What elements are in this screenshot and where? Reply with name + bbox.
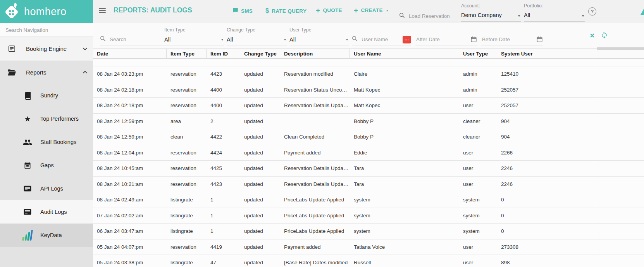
people-icon bbox=[22, 139, 33, 146]
table-row[interactable]: 08 Jan 24 12:59:pmclean4422updatedClean … bbox=[93, 129, 644, 145]
sidebar-item-label: KeyData bbox=[40, 232, 62, 238]
column-header-date[interactable]: Date bbox=[93, 49, 167, 58]
table-row[interactable]: 08 Jan 24 03:23:pmreservation4423updated… bbox=[93, 66, 644, 82]
table-row[interactable]: 08 Jan 24 10:45:amreservation4425updated… bbox=[93, 161, 644, 177]
sidebar-item-top-performers[interactable]: ★ Top Performers bbox=[0, 107, 93, 130]
change-type-select[interactable]: All ▾ bbox=[227, 34, 287, 45]
horizontal-scrollbar-thumb[interactable] bbox=[597, 47, 644, 50]
column-header-item-id[interactable]: Item ID bbox=[207, 49, 240, 58]
sidebar: Booking Engine Reports Sundry ★ Top Perf… bbox=[0, 23, 93, 267]
homhero-logo-icon bbox=[3, 2, 21, 21]
before-date-field bbox=[481, 34, 543, 45]
cell: 4423 bbox=[207, 71, 240, 77]
cell: PriceLabs Update Applied bbox=[280, 228, 350, 234]
table-row[interactable]: 08 Jan 24 10:21:amreservation4423updated… bbox=[93, 177, 644, 192]
sidebar-item-api-logs[interactable]: API Logs bbox=[0, 177, 93, 200]
item-type-select[interactable]: All ▾ bbox=[164, 34, 224, 45]
cell: updated bbox=[240, 228, 280, 234]
chevron-up-icon bbox=[83, 71, 88, 74]
cell: user bbox=[459, 244, 497, 250]
rate-query-button[interactable]: $ RATE QUERY bbox=[265, 7, 307, 14]
sidebar-item-booking-engine[interactable]: Booking Engine bbox=[0, 37, 93, 61]
chevron-down-icon bbox=[83, 47, 88, 50]
list-card-icon bbox=[22, 185, 33, 192]
cell: 4423 bbox=[207, 181, 240, 187]
column-header-description[interactable]: Description bbox=[280, 49, 350, 58]
refresh-icon[interactable] bbox=[601, 31, 608, 39]
quote-button[interactable]: + QUOTE bbox=[316, 7, 342, 13]
sidebar-search-input[interactable] bbox=[0, 23, 93, 37]
calendar-icon[interactable] bbox=[470, 36, 477, 43]
cell: Payment added bbox=[280, 150, 350, 156]
create-button[interactable]: + CREATE ▾ bbox=[354, 7, 388, 13]
cell: 2246 bbox=[497, 165, 533, 171]
cell: 08 Jan 24 02:49:am bbox=[93, 197, 167, 203]
table-row[interactable]: 08 Jan 24 12:59:pmarea2updatedBobby Pcle… bbox=[93, 114, 644, 130]
cell: updated bbox=[240, 118, 280, 124]
before-date-input[interactable] bbox=[481, 36, 533, 43]
table-row[interactable]: 05 Jan 24 03:38:pmlistingrate47updated[B… bbox=[93, 255, 644, 267]
calendar-icon[interactable] bbox=[536, 36, 543, 43]
change-type-value: All bbox=[227, 36, 281, 43]
column-header-system-user-id[interactable]: System User Id bbox=[497, 49, 533, 58]
cell: reservation bbox=[167, 87, 207, 93]
search-icon bbox=[100, 36, 106, 43]
rate-query-label: RATE QUERY bbox=[272, 8, 307, 14]
sidebar-item-sundry[interactable]: Sundry bbox=[0, 84, 93, 107]
after-date-input[interactable] bbox=[415, 36, 467, 43]
table-row[interactable]: 05 Jan 24 04:07:pmreservation4419updated… bbox=[93, 239, 644, 255]
caret-down-icon: ▾ bbox=[582, 14, 584, 18]
extension-badge-icon[interactable]: ••• bbox=[403, 36, 411, 43]
table-row[interactable]: 08 Jan 24 02:18:pmreservation4400updated… bbox=[93, 82, 644, 98]
portfolio-select[interactable]: Portfolio: All ▾ bbox=[524, 3, 585, 22]
sidebar-item-audit-logs[interactable]: Audit Logs bbox=[0, 200, 93, 224]
cell: 904 bbox=[497, 134, 533, 140]
sidebar-item-staff-bookings[interactable]: Staff Bookings bbox=[0, 130, 93, 154]
cell: listingrate bbox=[167, 228, 207, 234]
table-row[interactable]: 08 Jan 24 02:49:amlistingrate1updatedPri… bbox=[93, 192, 644, 208]
cell: 1 bbox=[207, 213, 240, 218]
search-input[interactable] bbox=[109, 36, 169, 43]
create-label: CREATE bbox=[361, 7, 382, 13]
star-icon: ★ bbox=[22, 115, 33, 123]
sidebar-item-gaps[interactable]: Gaps bbox=[0, 154, 93, 177]
account-select[interactable]: Account: Demo Company ▾ bbox=[461, 3, 521, 22]
column-header-change-type[interactable]: Change Type bbox=[240, 49, 280, 58]
cell: cleaner bbox=[459, 118, 497, 124]
column-header-item-type[interactable]: Item Type bbox=[167, 49, 207, 58]
reports-group: Reports Sundry ★ Top Performers Staff Bo… bbox=[0, 61, 93, 267]
question-glyph: ? bbox=[591, 9, 594, 14]
sidebar-item-reports[interactable]: Reports bbox=[0, 61, 93, 84]
caret-down-icon: ▾ bbox=[346, 37, 348, 42]
cell: reservation bbox=[167, 102, 207, 108]
cell: listingrate bbox=[167, 197, 207, 203]
column-header-user-name[interactable]: User Name bbox=[350, 49, 459, 58]
cell: reservation bbox=[167, 150, 207, 156]
table-row[interactable]: 06 Jan 24 03:47:amlistingrate1updatedPri… bbox=[93, 224, 644, 239]
help-icon[interactable]: ? bbox=[588, 7, 596, 16]
caret-down-icon: ▾ bbox=[284, 37, 286, 42]
cell: 0 bbox=[497, 197, 533, 203]
sidebar-item-keydata[interactable]: KeyData bbox=[0, 224, 93, 247]
cell: 08 Jan 24 12:04:pm bbox=[93, 150, 167, 156]
menu-icon[interactable] bbox=[99, 8, 106, 14]
cell: user bbox=[459, 150, 497, 156]
sms-button[interactable]: SMS bbox=[232, 7, 253, 14]
cell: updated bbox=[240, 102, 280, 108]
cell: [Base Rate] Dates modified bbox=[280, 260, 350, 265]
calendar-icon bbox=[22, 161, 33, 170]
plus-icon: + bbox=[354, 8, 358, 13]
cell: 47 bbox=[207, 260, 240, 265]
cell: updated bbox=[240, 71, 280, 77]
table-row[interactable]: 07 Jan 24 02:02:amlistingrate1updatedPri… bbox=[93, 208, 644, 224]
load-reservation-input[interactable] bbox=[408, 13, 458, 19]
clear-filters-icon[interactable] bbox=[589, 33, 595, 38]
table-row[interactable]: 08 Jan 24 02:18:pmreservation4400updated… bbox=[93, 98, 644, 114]
cell: 08 Jan 24 10:45:am bbox=[93, 165, 167, 171]
ballot-icon bbox=[7, 45, 17, 53]
user-type-select[interactable]: All ▾ bbox=[289, 34, 349, 45]
column-header-user-type[interactable]: User Type bbox=[459, 49, 497, 58]
cell: 4400 bbox=[207, 87, 240, 93]
table-row[interactable]: 08 Jan 24 12:04:pmreservation4424updated… bbox=[93, 145, 644, 161]
sidebar-item-label: Audit Logs bbox=[40, 209, 67, 215]
